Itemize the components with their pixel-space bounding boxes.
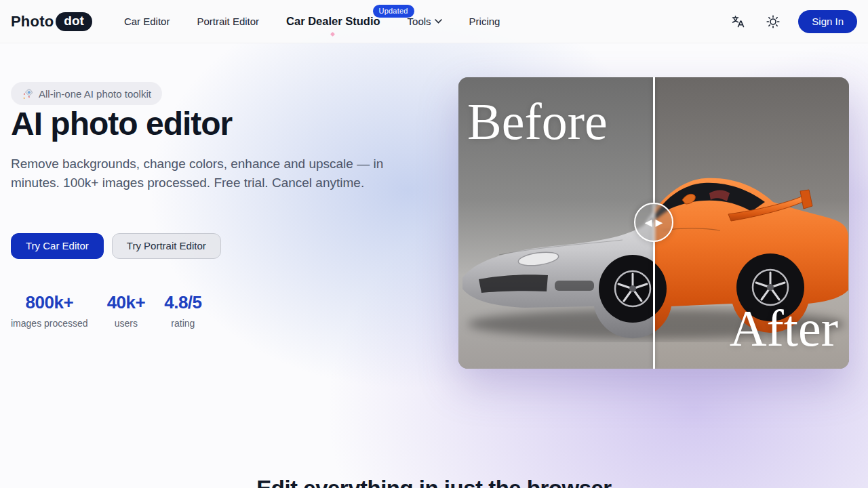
sun-icon[interactable] [763, 12, 783, 32]
try-portrait-editor-button[interactable]: Try Portrait Editor [112, 233, 221, 259]
translate-icon[interactable] [728, 12, 748, 32]
rocket-icon [22, 88, 33, 100]
stat-value: 40k+ [107, 292, 146, 313]
hero-badge-text: All-in-one AI photo toolkit [39, 88, 151, 100]
top-navigation-bar: Photo dot Car Editor Portrait Editor Car… [0, 0, 868, 43]
hero-description: Remove backgrounds, change colors, enhan… [11, 155, 410, 192]
stat-value: 4.8/5 [164, 292, 201, 313]
comparison-slider-handle[interactable]: ◀ ▶ [634, 203, 673, 242]
next-section-heading: Edit everything in just the browser [0, 476, 868, 488]
arrow-right-icon: ▶ [656, 217, 663, 228]
front-wheel [599, 255, 667, 323]
updated-badge: Updated [373, 5, 414, 18]
main-nav: Car Editor Portrait Editor Car Dealer St… [124, 15, 500, 28]
sign-in-button[interactable]: Sign In [798, 10, 857, 33]
nav-pricing[interactable]: Pricing [469, 16, 500, 27]
stat-images-processed: 800k+ images processed [11, 292, 88, 329]
logo-text-dot: dot [56, 12, 92, 31]
header-actions: Sign In [728, 0, 857, 43]
nav-car-dealer-studio-label: Car Dealer Studio [286, 15, 380, 27]
sparkle-dot [330, 32, 335, 37]
stat-rating: 4.8/5 rating [164, 292, 201, 329]
before-after-comparison: Before After ◀ ▶ [458, 77, 849, 369]
stat-value: 800k+ [11, 292, 88, 313]
logo-text-photo: Photo [11, 13, 54, 30]
nav-car-dealer-studio[interactable]: Car Dealer Studio Updated [286, 15, 380, 28]
nav-tools-label: Tools [408, 16, 431, 27]
arrow-left-icon: ◀ [645, 217, 652, 228]
nav-car-editor[interactable]: Car Editor [124, 16, 170, 27]
rear-wheel [736, 253, 804, 321]
chevron-down-icon [435, 19, 442, 24]
stat-label: users [107, 318, 146, 329]
cta-row: Try Car Editor Try Portrait Editor [11, 233, 221, 259]
nav-portrait-editor[interactable]: Portrait Editor [197, 16, 259, 27]
hero-badge: All-in-one AI photo toolkit [11, 82, 162, 105]
logo[interactable]: Photo dot [11, 12, 92, 31]
page-title: AI photo editor [11, 105, 232, 142]
stats-row: 800k+ images processed 40k+ users 4.8/5 … [11, 292, 202, 329]
try-car-editor-button[interactable]: Try Car Editor [11, 233, 104, 259]
stat-users: 40k+ users [107, 292, 146, 329]
stat-label: images processed [11, 318, 88, 329]
nav-tools-dropdown[interactable]: Tools [408, 16, 442, 27]
stat-label: rating [164, 318, 201, 329]
